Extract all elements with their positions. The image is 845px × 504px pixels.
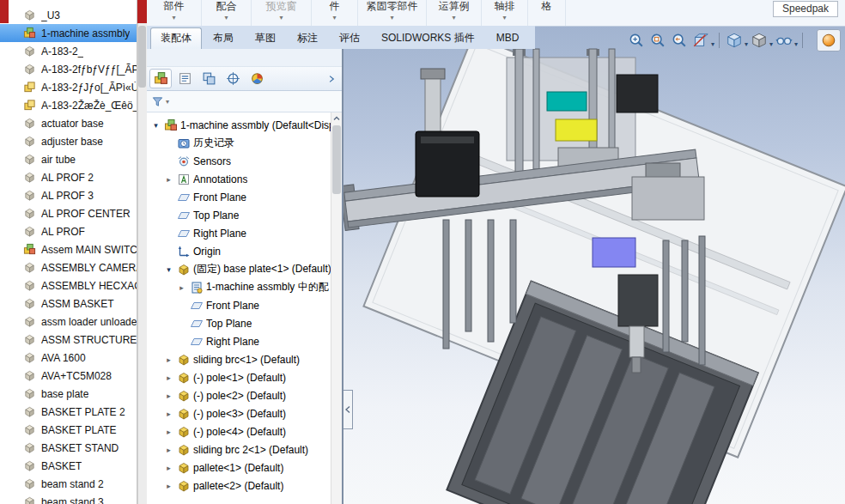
filter-caret-icon[interactable]: ▾ [166, 98, 169, 106]
file-list-item[interactable]: BASKET PLATE 2 [0, 403, 137, 421]
tree-collapsed-arrow-icon[interactable]: ▸ [163, 175, 174, 184]
tab-mbd[interactable]: MBD [486, 27, 530, 49]
file-list-item[interactable]: A-183-2fƒbƒVƒƒ[_ÃPì«ÙÄ [0, 60, 137, 78]
tab-solidworks-插件[interactable]: SOLIDWORKS 插件 [371, 27, 485, 49]
feature-tree-item[interactable]: ▸(-) pole<2> (Default) [147, 386, 342, 404]
tree-collapsed-arrow-icon[interactable]: ▸ [163, 392, 174, 400]
feature-tree-item[interactable]: Origin [147, 242, 342, 260]
ribbon-group[interactable]: 预览窗▾ [252, 0, 312, 26]
filter-funnel-icon[interactable] [151, 95, 164, 108]
configurationmanager-tab[interactable] [198, 69, 220, 88]
chevron-down-icon[interactable]: ▾ [711, 40, 714, 48]
displaymanager-tab[interactable] [246, 69, 268, 88]
tree-scrollbar-thumb[interactable] [332, 125, 341, 194]
feature-tree-item[interactable]: Front Plane [147, 296, 342, 314]
feature-tree-item[interactable]: ▸Annotations [147, 170, 342, 188]
file-list-item[interactable]: adjuster base [0, 132, 137, 150]
tree-expanded-arrow-icon[interactable]: ▾ [150, 121, 161, 130]
tree-scrollbar[interactable] [331, 112, 342, 504]
file-list-item[interactable]: air tube [0, 150, 137, 168]
file-list-item[interactable]: AL PROF CENTER [0, 204, 137, 222]
tree-filter-row[interactable]: ▾ [147, 91, 342, 112]
file-list-item[interactable]: assm loader unloade [0, 313, 137, 331]
feature-tree-item[interactable]: ▸sliding brc 2<1> (Default) [147, 440, 342, 458]
left-panel-scrollbar[interactable] [137, 0, 147, 504]
section-view-icon[interactable] [690, 30, 711, 51]
file-list-item[interactable]: ASSEMBLY CAMERA A [0, 258, 137, 276]
file-list-item[interactable]: ASSEMBLY HECXAG [0, 276, 137, 295]
file-list-item[interactable]: AL PROF 3 [0, 186, 137, 204]
tab-装配体[interactable]: 装配体 [150, 27, 202, 49]
tree-collapsed-arrow-icon[interactable]: ▸ [163, 482, 174, 490]
feature-tree-item[interactable]: Top Plane [147, 206, 342, 224]
tree-collapsed-arrow-icon[interactable]: ▸ [163, 355, 174, 364]
file-list-item[interactable]: BASKET STAND [0, 439, 137, 457]
appearance-icon[interactable] [817, 29, 841, 52]
tree-collapsed-arrow-icon[interactable]: ▸ [176, 283, 187, 292]
featuremanager-tab[interactable] [149, 69, 172, 88]
feature-tree-item[interactable]: Right Plane [147, 332, 342, 350]
feature-tree-item[interactable]: ▾(固定) base plate<1> (Default) [147, 260, 342, 278]
file-list-item[interactable]: _U3 [0, 6, 137, 24]
view-orientation-icon[interactable] [724, 30, 745, 51]
file-list-item[interactable]: beam stand 3 [0, 493, 137, 504]
display-style-icon[interactable] [749, 30, 769, 51]
hide-show-items-icon[interactable] [774, 30, 794, 51]
panel-flyout-button[interactable] [324, 70, 339, 88]
file-list-item[interactable]: A-183-2_ [0, 42, 137, 60]
speedpak-button[interactable]: Speedpak [773, 1, 838, 17]
ribbon-group[interactable]: 配合▾ [202, 0, 252, 26]
tree-collapsed-arrow-icon[interactable]: ▸ [163, 410, 174, 418]
file-list-item[interactable]: actuator base [0, 114, 137, 132]
tree-collapsed-arrow-icon[interactable]: ▸ [163, 464, 174, 472]
file-list-item[interactable]: AL PROF [0, 222, 137, 240]
file-list-item[interactable]: BASKET PLATE [0, 421, 137, 439]
file-list-item[interactable]: A-183-2ŽæŽè_Œêö_ÃP [0, 96, 137, 114]
feature-tree-item[interactable]: 历史记录 [147, 134, 342, 152]
file-list-item[interactable]: A-183-2ƒJƒo[_ÃPì«ÙÄ [0, 78, 137, 96]
feature-tree-item[interactable]: ▸(-) pole<3> (Default) [147, 404, 342, 422]
feature-tree-item[interactable]: ▸pallete<1> (Default) [147, 458, 342, 477]
left-panel-scrollbar-thumb[interactable] [138, 26, 146, 88]
ribbon-group[interactable]: 轴排▾ [482, 0, 528, 26]
propertymanager-tab[interactable] [173, 69, 196, 88]
feature-tree-item[interactable]: ▾1-machine assmbly (Default<Disp [147, 116, 342, 134]
ribbon-group[interactable]: 件▾ [312, 0, 358, 26]
zoom-fit-icon[interactable] [626, 30, 647, 51]
file-list-item[interactable]: AVA 1600 [0, 349, 137, 367]
dimxpertmanager-tab[interactable] [222, 69, 244, 88]
zoom-area-icon[interactable] [647, 30, 668, 51]
chevron-down-icon[interactable]: ▾ [745, 40, 748, 48]
feature-tree-item[interactable]: ▸1-machine assmbly 中的配 [147, 278, 342, 296]
tree-scroll-up-button[interactable] [331, 112, 342, 124]
tab-草图[interactable]: 草图 [245, 27, 286, 49]
graphics-viewport[interactable]: ▾▾▾▾ [343, 26, 845, 504]
tab-评估[interactable]: 评估 [329, 27, 370, 49]
chevron-down-icon[interactable]: ▾ [794, 40, 798, 48]
tree-collapsed-arrow-icon[interactable]: ▸ [163, 428, 174, 436]
tree-expanded-arrow-icon[interactable]: ▾ [163, 265, 174, 274]
feature-tree-item[interactable]: Sensors [147, 152, 342, 170]
tree-collapsed-arrow-icon[interactable]: ▸ [163, 446, 174, 454]
feature-tree-item[interactable]: ▸pallete<2> (Default) [147, 477, 342, 495]
tab-标注[interactable]: 标注 [287, 27, 328, 49]
feature-tree-item[interactable]: ▸(-) pole<4> (Default) [147, 422, 342, 440]
feature-tree-item[interactable]: ▸sliding brc<1> (Default) [147, 350, 342, 368]
chevron-down-icon[interactable]: ▾ [769, 40, 773, 48]
tree-collapsed-arrow-icon[interactable]: ▸ [163, 373, 174, 382]
ribbon-group[interactable]: 紧固零部件▾ [358, 0, 427, 26]
ribbon-group[interactable]: 格 [528, 0, 566, 26]
file-list-item[interactable]: AL PROF 2 [0, 168, 137, 186]
feature-tree-item[interactable]: Right Plane [147, 224, 342, 242]
file-list-item[interactable]: ASSM BASKET [0, 295, 137, 313]
tab-布局[interactable]: 布局 [203, 27, 244, 49]
ribbon-group[interactable]: 部件▾ [147, 0, 202, 26]
file-list-item[interactable]: BASKET [0, 457, 137, 475]
file-list-item[interactable]: 1-machine assmbly [0, 24, 137, 42]
feature-tree-item[interactable]: Front Plane [147, 188, 342, 206]
feature-tree-item[interactable]: Top Plane [147, 314, 342, 332]
file-list-item[interactable]: Assem MAIN SWITCH [0, 240, 137, 258]
ribbon-group[interactable]: 运算例▾ [427, 0, 482, 26]
file-list-item[interactable]: AVA+TC5M028 [0, 367, 137, 385]
panel-expand-tab[interactable] [343, 390, 353, 429]
